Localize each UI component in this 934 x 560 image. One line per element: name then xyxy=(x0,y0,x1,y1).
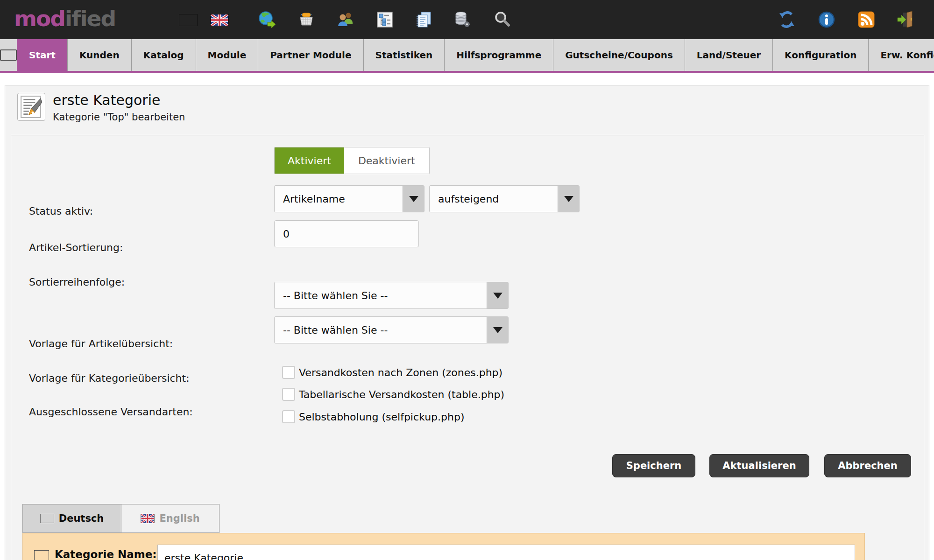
category-form-box: Status aktiv: Aktiviert Deaktiviert Arti… xyxy=(11,135,924,560)
info-icon[interactable] xyxy=(817,10,836,29)
nav-item-start[interactable]: Start xyxy=(17,39,68,71)
sort-field-select[interactable]: Artikelname xyxy=(274,185,425,212)
sort-direction-value: aufsteigend xyxy=(430,193,558,205)
nav-item-katalog[interactable]: Katalog xyxy=(132,39,196,71)
refresh-icon[interactable] xyxy=(778,10,796,29)
chevron-down-icon xyxy=(403,186,424,212)
german-flag-icon xyxy=(34,550,49,560)
nav-item-land-steuer[interactable]: Land/Steuer xyxy=(685,39,773,71)
goto-shop-globe-icon[interactable] xyxy=(258,10,276,29)
checkbox-zones-label: Versandkosten nach Zonen (zones.php) xyxy=(299,367,502,378)
status-deaktiviert-option[interactable]: Deaktiviert xyxy=(344,147,429,174)
sort-field-value: Artikelname xyxy=(275,193,403,205)
tab-deutsch[interactable]: Deutsch xyxy=(22,504,121,533)
nav-language-flag-icon[interactable] xyxy=(0,39,17,71)
speichern-button[interactable]: Speichern xyxy=(612,454,695,477)
checkbox-table[interactable] xyxy=(282,388,295,401)
versandarten-label: Ausgeschlossene Versandarten: xyxy=(29,406,193,418)
nav-item-hilfsprogramme[interactable]: Hilfsprogramme xyxy=(445,39,553,71)
logo-part-1: mod xyxy=(14,6,65,31)
tab-english-label: English xyxy=(159,513,199,524)
template-categories-select[interactable]: -- Bitte wählen Sie -- xyxy=(274,316,509,343)
checkbox-selfpickup-label: Selbstabholung (selfpickup.php) xyxy=(299,411,465,423)
abbrechen-button[interactable]: Abbrechen xyxy=(824,454,911,477)
aktualisieren-button[interactable]: Aktualisieren xyxy=(709,454,809,477)
articles-docs-icon[interactable] xyxy=(415,10,433,29)
nav-item-statistiken[interactable]: Statistiken xyxy=(364,39,445,71)
modified-logo[interactable]: modified xyxy=(14,6,115,31)
rss-feed-icon[interactable] xyxy=(857,10,876,29)
nav-item-gutscheine-coupons[interactable]: Gutscheine/Coupons xyxy=(553,39,685,71)
database-gear-icon[interactable] xyxy=(453,10,472,29)
german-flag-icon[interactable] xyxy=(179,14,198,26)
main-navigation: Start Kunden Katalog Module Partner Modu… xyxy=(0,39,934,71)
chevron-down-icon xyxy=(487,282,508,308)
uk-flag-icon[interactable] xyxy=(210,14,229,26)
german-flag-icon xyxy=(40,514,54,523)
chevron-down-icon xyxy=(558,186,579,212)
nav-item-erw-konfiguration[interactable]: Erw. Konfiguration xyxy=(869,39,934,71)
template-categories-value: -- Bitte wählen Sie -- xyxy=(275,324,487,336)
kategorie-name-input[interactable]: erste Kategorie xyxy=(157,545,855,560)
edit-category-icon xyxy=(17,93,45,121)
vorlage-kategorieuebersicht-label: Vorlage für Kategorieübersicht: xyxy=(29,372,190,384)
status-toggle[interactable]: Aktiviert Deaktiviert xyxy=(274,147,430,174)
nav-item-module[interactable]: Module xyxy=(196,39,259,71)
tab-english[interactable]: English xyxy=(121,504,219,533)
search-icon[interactable] xyxy=(493,10,512,29)
category-name-section: Kategorie Name: erste Kategorie xyxy=(22,533,865,560)
top-header: modified xyxy=(0,0,934,39)
nav-item-partner-module[interactable]: Partner Module xyxy=(258,39,363,71)
template-products-value: -- Bitte wählen Sie -- xyxy=(275,290,487,301)
page-subtitle: Kategorie "Top" bearbeiten xyxy=(53,112,185,123)
template-products-select[interactable]: -- Bitte wählen Sie -- xyxy=(274,282,509,309)
checkbox-selfpickup[interactable] xyxy=(282,410,295,423)
status-aktiv-label: Status aktiv: xyxy=(29,205,93,217)
logout-door-icon[interactable] xyxy=(896,10,914,29)
checkbox-zones[interactable] xyxy=(282,366,295,379)
categories-tree-icon[interactable] xyxy=(375,10,394,29)
nav-item-kunden[interactable]: Kunden xyxy=(68,39,132,71)
checkbox-table-label: Tabellarische Versandkosten (table.php) xyxy=(299,389,504,400)
shipping-option-zones[interactable]: Versandkosten nach Zonen (zones.php) xyxy=(282,366,502,379)
uk-flag-icon xyxy=(141,514,155,523)
status-aktiviert-option[interactable]: Aktiviert xyxy=(275,147,344,174)
nav-accent-underline xyxy=(0,71,934,73)
kategorie-name-label: Kategorie Name: xyxy=(55,548,157,560)
chevron-down-icon xyxy=(487,317,508,343)
shipping-option-table[interactable]: Tabellarische Versandkosten (table.php) xyxy=(282,388,504,401)
customers-icon[interactable] xyxy=(336,10,355,29)
tab-deutsch-label: Deutsch xyxy=(59,513,104,524)
orders-basket-icon[interactable] xyxy=(297,10,316,29)
category-edit-panel: erste Kategorie Kategorie "Top" bearbeit… xyxy=(5,85,929,560)
shipping-option-selfpickup[interactable]: Selbstabholung (selfpickup.php) xyxy=(282,410,465,423)
page-title: erste Kategorie xyxy=(53,92,160,108)
sortierreihenfolge-label: Sortierreihenfolge: xyxy=(29,276,125,288)
vorlage-artikeluebersicht-label: Vorlage für Artikelübersicht: xyxy=(29,338,173,350)
sort-direction-select[interactable]: aufsteigend xyxy=(429,185,580,212)
nav-item-konfiguration[interactable]: Konfiguration xyxy=(773,39,869,71)
logo-part-2: ified xyxy=(65,6,115,31)
artikel-sortierung-label: Artikel-Sortierung: xyxy=(29,242,123,253)
sort-order-input[interactable]: 0 xyxy=(274,220,419,247)
